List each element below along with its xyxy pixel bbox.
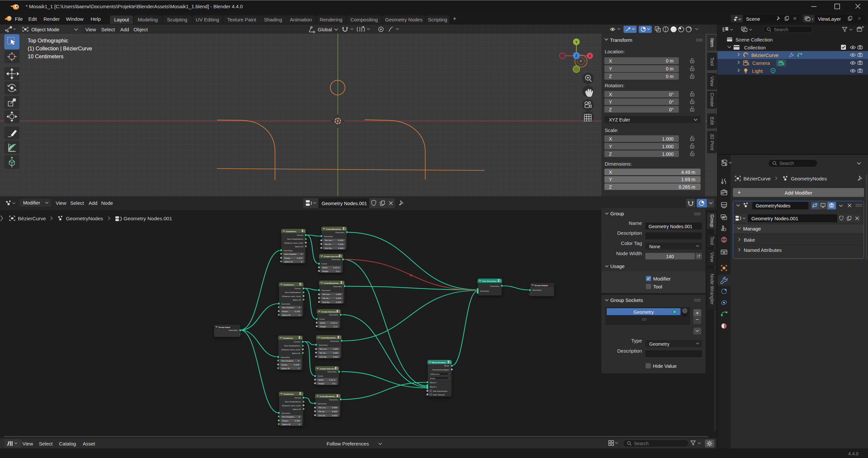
svg-text:X: X	[589, 54, 591, 58]
svg-text:Y: Y	[576, 40, 578, 44]
svg-text:Z: Z	[576, 54, 577, 58]
